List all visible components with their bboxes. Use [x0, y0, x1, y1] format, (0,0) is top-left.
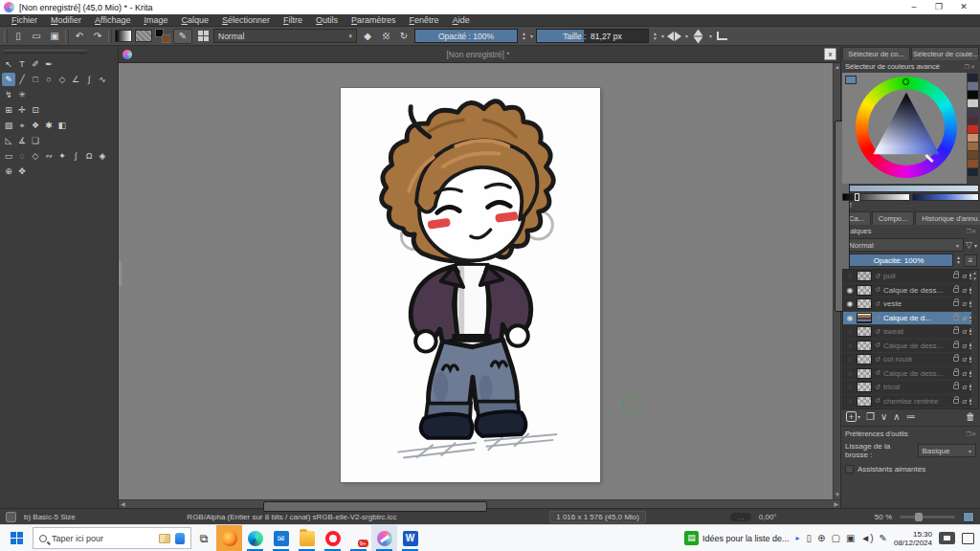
layer-visibility-toggle[interactable]: ○ [845, 384, 855, 390]
tool-zoom-icon[interactable]: ⊕ [2, 165, 15, 178]
menu-calque[interactable]: Calque [175, 14, 214, 26]
mirror-vertical-icon[interactable] [691, 29, 706, 44]
action-center-icon[interactable] [962, 533, 974, 544]
selection-mode-icon[interactable] [6, 512, 16, 522]
layer-name[interactable]: veste [883, 299, 951, 308]
chevron-down-icon[interactable]: ▾ [709, 33, 712, 39]
history-swatch[interactable] [968, 91, 978, 99]
size-slider[interactable]: Taille : 81,27 px [536, 29, 649, 43]
memory-status-icon[interactable] [963, 512, 974, 522]
layer-alpha-lock-icon[interactable]: α [962, 397, 967, 406]
tool-polygonal-select-icon[interactable]: ◇ [29, 149, 42, 163]
tool-contiguous-select-icon[interactable]: ◈ [96, 149, 109, 163]
layer-lock-icon[interactable] [953, 357, 959, 362]
firefox-taskbar-icon[interactable] [216, 525, 242, 551]
color-space-button[interactable] [845, 76, 857, 84]
horizontal-scrollbar[interactable]: ◀ ▶ [119, 499, 840, 508]
tool-multibrush-icon[interactable]: ✳ [15, 88, 29, 101]
layer-name[interactable]: tricot [883, 383, 951, 391]
layer-alpha-lock-icon[interactable]: α [962, 369, 967, 378]
docker-float-close-icons[interactable]: ❐✕ [967, 228, 976, 234]
delete-layer-button[interactable]: 🗑 [966, 411, 975, 422]
layer-lock-icon[interactable] [953, 343, 959, 348]
toolbar-grip[interactable] [4, 30, 8, 43]
opacity-slider[interactable]: Opacité : 100% [414, 29, 518, 43]
tool-transform-icon[interactable]: ⊞ [2, 103, 15, 117]
foreground-background-colors[interactable] [155, 29, 170, 43]
lightness-strip[interactable] [842, 185, 979, 192]
add-layer-button[interactable]: +▾ [846, 411, 860, 422]
layer-row[interactable]: ○↺Calque de dess...α [843, 340, 978, 354]
layer-blending-mode-select[interactable]: Normal ▾ [844, 238, 964, 252]
explorer-taskbar-icon[interactable] [294, 525, 320, 551]
layer-name[interactable]: pull [883, 272, 951, 280]
layer-filter-icon[interactable]: ▽ [966, 240, 972, 250]
layer-visibility-toggle[interactable]: ○ [845, 398, 855, 405]
layer-alpha-lock-icon[interactable]: α [962, 342, 967, 350]
layer-name[interactable]: sweat [883, 327, 951, 336]
layer-name[interactable]: Calque de dess... [883, 342, 951, 350]
smoothing-select[interactable]: Basique ▾ [918, 444, 976, 457]
wrap-around-icon[interactable] [715, 29, 730, 44]
layer-visibility-toggle[interactable]: ◉ [845, 314, 855, 322]
layer-lock-icon[interactable] [953, 301, 959, 306]
krita-taskbar-icon[interactable] [371, 525, 397, 551]
menu-affichage[interactable]: Affichage [89, 14, 136, 26]
blue-strip[interactable] [912, 193, 980, 201]
screen-share-icon[interactable]: ▣ [846, 533, 855, 543]
menu-aide[interactable]: Aide [447, 14, 476, 26]
tool-polygon-icon[interactable]: ◇ [56, 73, 69, 86]
background-color-swatch[interactable] [162, 34, 170, 43]
history-swatch[interactable] [968, 108, 978, 116]
docker-float-close-icons[interactable]: ❐✕ [965, 63, 976, 70]
colorspace-info[interactable]: RGB/Alpha (Entier sur 8 bits / canal) sR… [187, 513, 396, 521]
redo-icon[interactable]: ↷ [90, 29, 105, 44]
show-hidden-icons-chevron[interactable]: ▸ [796, 534, 800, 542]
maximize-button[interactable]: ❐ [926, 0, 951, 14]
pattern-chooser[interactable] [135, 30, 152, 42]
tab-color-selector-1[interactable]: Sélecteur de co... [842, 47, 910, 60]
undo-icon[interactable]: ↶ [72, 29, 87, 44]
layer-row[interactable]: ◉↺Calque de d...α [843, 312, 978, 326]
advanced-color-selector[interactable] [842, 73, 979, 184]
layer-row[interactable]: ○↺chemise rentréeα [843, 395, 978, 409]
blending-mode-select[interactable]: Normal ▾ [213, 29, 357, 43]
tool-dynamic-brush-icon[interactable]: ↯ [2, 88, 15, 101]
duplicate-layer-button[interactable]: ❐ [866, 411, 875, 422]
layer-alpha-lock-icon[interactable]: α [962, 299, 967, 308]
layer-lock-icon[interactable] [953, 329, 959, 334]
gradient-chooser[interactable] [115, 30, 132, 42]
toolbox-grip[interactable] [4, 50, 87, 54]
horizontal-scroll-thumb[interactable] [263, 501, 487, 512]
layer-name[interactable]: Calque de d... [883, 314, 951, 322]
tool-patch-icon[interactable]: ❖ [29, 119, 42, 132]
menu-outils[interactable]: Outils [310, 14, 344, 26]
layer-visibility-toggle[interactable]: ○ [845, 342, 855, 349]
layer-alpha-lock-icon[interactable]: α [962, 355, 967, 364]
taskbar-clock[interactable]: 15:30 08/12/2024 [894, 530, 932, 547]
notification-chip[interactable]: ▤ Idées pour la liste de... [684, 531, 790, 545]
tool-line-icon[interactable]: ╱ [15, 73, 29, 86]
tab-undo-history[interactable]: Historique d'annu... [915, 211, 980, 225]
history-swatch[interactable] [968, 117, 978, 124]
tool-reference-images-icon[interactable]: ❏ [29, 134, 42, 147]
opacity-spinner[interactable]: ▲▼ [521, 32, 527, 41]
document-close-button[interactable]: x [824, 48, 836, 60]
layer-visibility-toggle[interactable]: ◉ [845, 286, 855, 295]
value-strip[interactable] [842, 193, 910, 201]
task-view-button[interactable]: ⧉ [191, 525, 216, 551]
layer-lock-icon[interactable] [953, 371, 959, 376]
tab-color-selector-2[interactable]: Sélecteur de coule... [911, 47, 979, 60]
layer-alpha-lock-icon[interactable]: α [962, 383, 967, 391]
layer-alpha-lock-icon[interactable]: α [962, 314, 967, 322]
history-swatch[interactable] [968, 160, 978, 167]
mail-taskbar-icon[interactable]: ✉ [268, 525, 294, 551]
layer-name[interactable]: chemise rentrée [883, 397, 951, 406]
layer-row[interactable]: ○↺sweatα [843, 325, 978, 340]
brush-editor-icon[interactable]: ✎ [173, 29, 192, 44]
network-icon[interactable]: ⊕ [817, 533, 825, 543]
scroll-down-arrow[interactable]: ▼ [835, 491, 840, 499]
layer-view-options-icon[interactable]: ≡ [964, 254, 977, 267]
opera-taskbar-icon[interactable] [320, 525, 345, 551]
layer-visibility-toggle[interactable]: ○ [845, 273, 855, 279]
